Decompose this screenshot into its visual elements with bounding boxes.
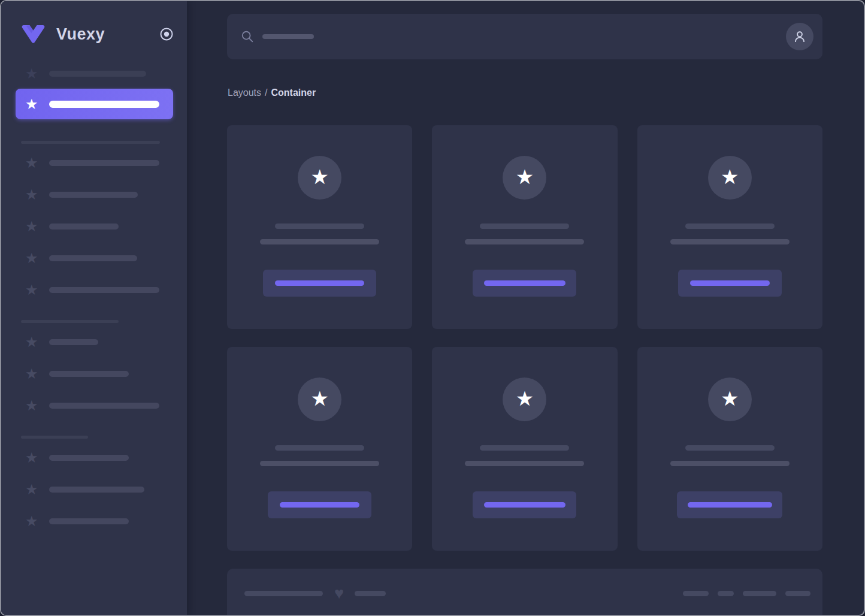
cards-grid: ★★★★★★	[227, 125, 822, 551]
card-action-button[interactable]	[473, 491, 576, 518]
star-icon: ★	[721, 388, 739, 410]
sidebar-nav-item[interactable]: ★	[25, 218, 173, 235]
star-icon: ★	[25, 335, 41, 349]
star-icon: ★	[25, 451, 41, 465]
sidebar: Vuexy ★★★★★★★★★★★★★	[1, 1, 187, 615]
nav-label-skeleton	[49, 192, 138, 198]
button-label-skeleton	[484, 502, 565, 508]
nav-label-skeleton	[49, 455, 129, 461]
title-line-skeleton	[275, 224, 364, 229]
star-avatar: ★	[708, 156, 752, 200]
breadcrumb-parent[interactable]: Layouts	[228, 87, 261, 98]
subtitle-line-skeleton	[260, 239, 379, 244]
card-action-button[interactable]	[268, 491, 371, 518]
nav-label-skeleton	[49, 403, 159, 409]
placeholder-card: ★	[227, 347, 412, 551]
button-label-skeleton	[690, 280, 770, 286]
star-icon: ★	[25, 398, 41, 413]
vuexy-logo-icon	[19, 25, 47, 43]
card-action-button[interactable]	[263, 270, 376, 297]
star-icon: ★	[25, 283, 41, 297]
nav-label-skeleton	[49, 255, 137, 261]
sidebar-nav: ★★★★★★★★★★★★★	[1, 52, 187, 530]
star-icon: ★	[25, 188, 41, 202]
sidebar-nav-item[interactable]: ★	[25, 397, 173, 414]
title-line-skeleton	[685, 445, 775, 451]
footer-row: ♥	[244, 585, 810, 601]
record-circle-icon[interactable]	[159, 27, 174, 41]
placeholder-card: ★	[637, 125, 822, 329]
sidebar-nav-item[interactable]: ★	[25, 282, 173, 298]
app-window: Vuexy ★★★★★★★★★★★★★	[0, 0, 865, 616]
sidebar-nav-item[interactable]: ★	[25, 186, 173, 203]
placeholder-card: ★	[432, 125, 617, 329]
footer-card: ♥	[227, 569, 822, 615]
star-icon: ★	[516, 388, 534, 410]
star-avatar: ★	[503, 156, 546, 200]
star-icon: ★	[310, 167, 328, 189]
sidebar-nav-item[interactable]: ★	[25, 250, 173, 267]
star-avatar: ★	[503, 378, 546, 421]
main-content: Layouts/Container ★★★★★★ ♥	[187, 1, 864, 615]
nav-label-skeleton	[49, 71, 146, 77]
logo-row: Vuexy	[1, 1, 187, 52]
title-line-skeleton	[685, 224, 775, 229]
footer-skeleton-bar	[683, 591, 709, 596]
card-action-button[interactable]	[473, 270, 576, 297]
star-avatar: ★	[298, 156, 341, 200]
card-action-button[interactable]	[678, 270, 782, 297]
sidebar-nav-item[interactable]: ★	[25, 449, 173, 466]
star-icon: ★	[310, 388, 328, 410]
nav-label-skeleton	[49, 101, 159, 108]
star-icon: ★	[25, 97, 41, 111]
subtitle-line-skeleton	[465, 461, 584, 466]
sidebar-nav-item[interactable]: ★	[25, 65, 173, 82]
star-icon: ★	[25, 367, 41, 381]
footer-skeleton-bar	[743, 591, 776, 596]
app-title: Vuexy	[56, 25, 105, 44]
placeholder-card: ★	[637, 347, 822, 551]
footer-skeleton-bar	[785, 591, 810, 596]
footer-skeleton-bar	[244, 591, 323, 596]
star-icon: ★	[721, 167, 739, 189]
subtitle-line-skeleton	[670, 461, 790, 466]
avatar[interactable]	[786, 23, 813, 50]
nav-label-skeleton	[49, 371, 129, 377]
placeholder-card: ★	[227, 125, 412, 329]
breadcrumb-separator: /	[265, 87, 267, 98]
nav-label-skeleton	[49, 339, 98, 345]
nav-section-heading-skeleton	[21, 436, 88, 439]
nav-label-skeleton	[49, 287, 159, 293]
footer-right-group	[683, 591, 810, 596]
card-action-button[interactable]	[677, 491, 782, 518]
sidebar-nav-item[interactable]: ★	[25, 366, 173, 382]
subtitle-line-skeleton	[260, 461, 379, 466]
button-label-skeleton	[688, 502, 772, 508]
star-icon: ★	[25, 156, 41, 170]
subtitle-line-skeleton	[465, 239, 584, 244]
star-icon: ★	[516, 167, 534, 189]
heart-icon[interactable]: ♥	[334, 585, 344, 602]
star-icon: ★	[25, 67, 41, 81]
star-avatar: ★	[298, 378, 341, 421]
button-label-skeleton	[484, 280, 565, 286]
star-icon: ★	[25, 482, 41, 497]
sidebar-nav-item[interactable]: ★	[25, 155, 173, 171]
nav-section-heading-skeleton	[21, 320, 119, 323]
search-bar[interactable]	[227, 14, 822, 59]
footer-skeleton-bar	[718, 591, 734, 596]
button-label-skeleton	[280, 502, 359, 508]
star-icon: ★	[25, 514, 41, 529]
sidebar-nav-item[interactable]: ★	[25, 334, 173, 351]
nav-label-skeleton	[49, 518, 129, 524]
sidebar-nav-item[interactable]: ★	[25, 513, 173, 530]
sidebar-nav-item[interactable]: ★	[25, 481, 173, 498]
title-line-skeleton	[480, 445, 569, 451]
footer-skeleton-bar	[355, 591, 386, 596]
star-avatar: ★	[708, 378, 752, 421]
nav-label-skeleton	[49, 160, 159, 166]
nav-section-heading-skeleton	[21, 141, 160, 144]
sidebar-nav-item-active[interactable]: ★	[16, 89, 173, 119]
button-label-skeleton	[275, 280, 364, 286]
search-placeholder-skeleton	[262, 34, 314, 39]
